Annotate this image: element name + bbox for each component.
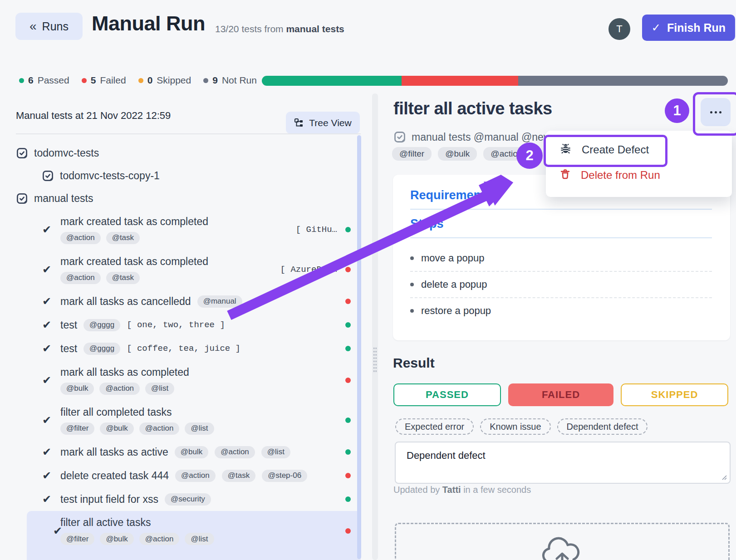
test-row-body: test@gggg[ coffee, tea, juice ] [16,337,361,360]
tag-chip: @filter [60,422,94,435]
run-stat: 9Not Run [203,75,257,86]
result-comment-textarea[interactable]: Dependent defect [395,442,731,484]
test-row[interactable]: ✔test@gggg[ coffee, tea, juice ] [16,337,361,360]
test-row-line: mark all tasks as active@bulk@action@lis… [60,446,361,458]
check-icon: ✔ [42,493,51,506]
test-row-body: test@gggg[ one, two, three ] [16,313,361,337]
test-row-line: mark all tasks as cancelledd@manual [60,295,361,308]
menu-item-delete-from-run[interactable]: Delete from Run [546,162,732,188]
test-title: test [60,343,77,355]
check-icon: ✔ [42,469,51,482]
tag-chip: @task [106,232,140,244]
status-dot-failed [345,378,351,383]
back-to-runs-button[interactable]: « Runs [15,13,83,40]
tag-chip: @action [139,422,180,435]
test-row[interactable]: ✔mark all tasks as active@bulk@action@li… [16,440,361,464]
test-title: filter all active tasks [60,516,361,529]
suite-icon [393,131,406,143]
tag-chip: @task [106,272,140,284]
test-row-line: test@gggg[ one, two, three ] [60,319,361,331]
test-tags: @filter@bulk@action@list [60,533,361,545]
tree-view-button[interactable]: Tree View [286,112,360,134]
test-title: test [60,319,77,331]
more-actions-button[interactable] [701,98,731,126]
list-scrollbar[interactable] [357,135,361,559]
test-detail-title: filter all active tasks [393,99,552,118]
divider [410,237,712,238]
tag-chip: @action [483,147,530,161]
attachment-dropzone[interactable] [395,523,730,560]
tag-chip: @bulk [175,446,208,458]
test-suite-path: manual tests @manual @new [393,131,551,143]
test-row[interactable]: ✔mark all tasks as cancelledd@manual [16,290,361,313]
skipped-button[interactable]: SKIPPED [621,383,728,406]
status-dot-passed [345,418,351,423]
step-item: move a popup [410,246,712,271]
status-dot-passed [345,496,351,502]
splitter-grip-handle[interactable] [373,347,377,373]
result-option-chip[interactable]: Dependent defect [557,418,648,435]
test-row[interactable]: ✔delete created task 444@action@task@ste… [16,464,361,487]
test-row[interactable]: ✔mark all tasks as completed@bulk@action… [16,360,361,400]
test-row[interactable]: ✔filter all active tasks@filter@bulk@act… [27,511,361,560]
status-dot-passed [345,227,351,232]
test-row[interactable]: ✔test@gggg[ one, two, three ] [16,313,361,337]
bullet-icon [410,256,414,260]
run-stat: 5Failed [82,75,126,86]
passed-button[interactable]: PASSED [393,383,501,406]
panel-splitter[interactable] [372,93,378,560]
progress-segment-not-run [518,76,728,86]
tag-chip: @filter [60,533,94,545]
tag-chip: @bulk [100,533,133,545]
test-row-line: delete created task 444@action@task@step… [60,470,361,482]
result-option-chip[interactable]: Known issue [480,418,550,435]
test-row[interactable]: ✔mark created task as completed@action@t… [16,250,361,290]
suite-label: todomvc-tests [34,147,99,159]
progress-segment-passed [262,76,402,86]
run-list-title: Manual tests at 21 Nov 2022 12:59 [16,110,171,122]
test-row-line: test@gggg[ coffee, tea, juice ] [60,343,361,355]
menu-item-create-defect[interactable]: Create Defect [546,137,732,162]
resize-handle-icon[interactable] [721,474,727,480]
test-title: mark all tasks as active [60,446,168,458]
steps-list: move a popupdelete a popuprestore a popu… [410,246,712,324]
run-stat: 6Passed [19,75,69,86]
test-row-body: mark all tasks as cancelledd@manual [16,290,361,313]
divider [410,209,712,210]
test-detail-tags: @filter@bulk@action [392,147,530,161]
suite-row[interactable]: manual tests [16,187,361,210]
tag-chip: @action [175,470,216,482]
cloud-upload-icon [541,534,583,560]
test-row[interactable]: ✔test input field for xss@security [16,487,361,511]
avatar[interactable]: T [608,18,630,40]
test-title: mark all tasks as completed [60,366,361,378]
check-icon: ✔ [53,525,62,537]
tag-chip: @bulk [60,383,94,395]
test-row[interactable]: ✔filter all completed tasks@filter@bulk@… [16,400,361,440]
status-dot-icon [203,78,208,83]
check-icon: ✔ [42,319,51,331]
result-option-chip[interactable]: Expected error [395,418,474,435]
suite-icon [16,147,28,159]
run-stats: 6Passed5Failed0Skipped9Not Run [19,72,257,89]
failed-button[interactable]: FAILED [508,383,613,406]
test-row-body: filter all completed tasks@filter@bulk@a… [16,400,361,440]
suite-icon [42,170,54,182]
suite-icon [16,192,28,205]
status-dot-passed [345,346,351,351]
test-title: mark all tasks as cancelledd [60,295,191,308]
test-row[interactable]: ✔mark created task as completed@action@t… [16,210,361,250]
tag-chip: @gggg [83,319,120,331]
finish-run-button[interactable]: ✓ Finish Run [642,15,735,41]
suite-row[interactable]: todomvc-tests [16,142,361,164]
test-list: todomvc-tests todomvc-tests-copy-1 manua… [16,134,361,560]
suite-row[interactable]: todomvc-tests-copy-1 [16,164,361,187]
step-item: delete a popup [410,271,712,297]
test-parameter: [ one, two, three ] [127,320,225,330]
check-icon: ✔ [42,446,51,458]
test-row-line: test input field for xss@security [60,493,361,506]
steps-link[interactable]: Steps [410,217,712,231]
chevron-left-icon: « [29,20,37,33]
updated-status-text: Updated by Tatti in a few seconds [393,485,531,495]
test-title: delete created task 444 [60,470,169,482]
